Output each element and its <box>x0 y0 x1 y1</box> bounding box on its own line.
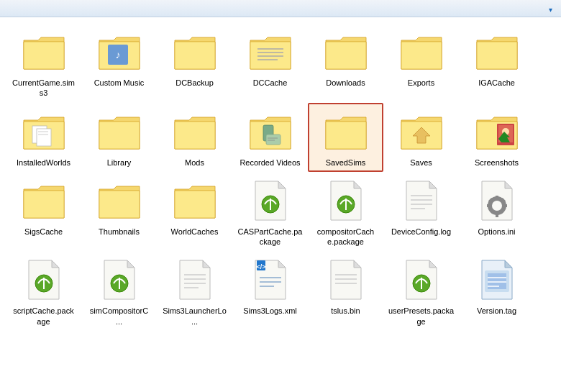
item-compositorcache[interactable]: compositorCach e.package <box>308 172 383 252</box>
icon-screenshots <box>474 109 520 155</box>
item-tslus[interactable]: tslus.bin <box>308 251 383 331</box>
item-currentgame[interactable]: CurrentGame.sim s3 <box>6 23 81 103</box>
item-mods[interactable]: Mods <box>157 103 232 172</box>
icon-thumbnails <box>96 178 142 224</box>
item-thumbnails[interactable]: Thumbnails <box>81 172 157 252</box>
chevron-down-icon[interactable]: ▾ <box>549 6 552 14</box>
svg-text:♪: ♪ <box>115 49 120 60</box>
svg-rect-11 <box>401 42 442 69</box>
svg-rect-22 <box>266 135 280 145</box>
svg-rect-4 <box>175 42 215 69</box>
label-simcompositor: simCompositorC ... <box>86 306 152 327</box>
label-mods: Mods <box>185 158 204 168</box>
item-dcbackup[interactable]: DCBackup <box>157 23 232 103</box>
item-saves[interactable]: Saves <box>383 103 459 172</box>
arrange-by-control: ▾ <box>543 6 552 14</box>
label-caspartcache: CASPartCache.pa ckage <box>237 227 304 247</box>
icon-sims3launcherlog <box>172 257 218 303</box>
item-installedworlds[interactable]: InstalledWorlds <box>6 103 81 172</box>
svg-rect-19 <box>175 122 215 149</box>
icon-compositorcache <box>323 178 369 224</box>
icon-custommusic: ♪ <box>96 29 142 75</box>
label-dccache: DCCache <box>253 78 288 88</box>
label-installedworlds: InstalledWorlds <box>17 158 70 168</box>
icon-sigscache <box>21 178 67 224</box>
icon-igacache <box>474 29 520 75</box>
icon-worldcaches <box>172 178 218 224</box>
svg-rect-18 <box>99 122 140 149</box>
label-screenshots: Screenshots <box>475 158 519 168</box>
svg-rect-5 <box>250 42 291 69</box>
icon-scriptcache <box>21 257 67 303</box>
svg-rect-33 <box>24 191 64 218</box>
label-dcbackup: DCBackup <box>175 78 214 88</box>
icon-library <box>96 109 142 155</box>
item-simcompositor[interactable]: simCompositorC ... <box>81 251 157 331</box>
svg-point-45 <box>494 203 500 209</box>
label-compositorcache: compositorCach e.package <box>312 227 379 247</box>
label-exports: Exports <box>408 78 434 88</box>
label-library: Library <box>107 158 132 168</box>
icon-userpresets <box>398 257 444 303</box>
label-saves: Saves <box>410 158 432 168</box>
item-igacache[interactable]: IGACache <box>459 23 534 103</box>
icon-deviceconfig <box>398 178 444 224</box>
item-caspartcache[interactable]: CASPartCache.pa ckage <box>232 172 308 252</box>
icon-versiontag <box>474 257 520 303</box>
item-custommusic[interactable]: ♪Custom Music <box>81 23 157 103</box>
label-tslus: tslus.bin <box>331 306 360 316</box>
icon-downloads <box>323 29 369 75</box>
item-downloads[interactable]: Downloads <box>308 23 383 103</box>
item-userpresets[interactable]: userPresets.packa ge <box>383 251 459 331</box>
item-sims3logs[interactable]: </> Sims3Logs.xml <box>232 251 308 331</box>
item-worldcaches[interactable]: WorldCaches <box>157 172 232 252</box>
icon-currentgame <box>21 29 67 75</box>
icon-recordedvideos <box>247 109 293 155</box>
label-custommusic: Custom Music <box>94 78 145 88</box>
svg-rect-46 <box>496 196 498 200</box>
svg-rect-0 <box>24 42 64 69</box>
label-deviceconfig: DeviceConfig.log <box>391 227 451 237</box>
item-dccache[interactable]: DCCache <box>232 23 308 103</box>
icon-savedsims <box>323 109 369 155</box>
item-recordedvideos[interactable]: Recorded Videos <box>232 103 308 172</box>
label-optionsini: Options.ini <box>478 227 516 237</box>
icon-optionsini <box>474 178 520 224</box>
label-userpresets: userPresets.packa ge <box>388 306 455 327</box>
library-header: ▾ <box>0 0 561 17</box>
label-versiontag: Version.tag <box>477 306 516 316</box>
icon-saves <box>398 109 444 155</box>
label-sigscache: SigsCache <box>24 227 63 237</box>
label-currentgame: CurrentGame.sim s3 <box>10 78 77 99</box>
svg-rect-10 <box>326 42 366 69</box>
svg-rect-48 <box>487 204 491 207</box>
label-savedsims: SavedSims <box>326 158 366 168</box>
label-igacache: IGACache <box>478 78 515 88</box>
icon-mods <box>172 109 218 155</box>
item-screenshots[interactable]: Screenshots <box>459 103 534 172</box>
svg-rect-25 <box>326 122 366 149</box>
file-grid: CurrentGame.sim s3 ♪Custom Music DCBacku… <box>0 17 561 368</box>
svg-rect-34 <box>99 191 140 218</box>
label-scriptcache: scriptCache.pack age <box>10 306 77 327</box>
svg-rect-47 <box>496 213 498 217</box>
svg-rect-49 <box>503 204 507 207</box>
svg-rect-35 <box>175 191 215 218</box>
icon-simcompositor <box>96 257 142 303</box>
item-optionsini[interactable]: Options.ini <box>459 172 534 252</box>
item-sims3launcherlog[interactable]: Sims3LauncherLo ... <box>157 251 232 331</box>
item-library[interactable]: Library <box>81 103 157 172</box>
item-scriptcache[interactable]: scriptCache.pack age <box>6 251 81 331</box>
label-recordedvideos: Recorded Videos <box>240 158 300 168</box>
item-sigscache[interactable]: SigsCache <box>6 172 81 252</box>
icon-dccache <box>247 29 293 75</box>
icon-tslus <box>323 257 369 303</box>
item-deviceconfig[interactable]: DeviceConfig.log <box>383 172 459 252</box>
icon-sims3logs: </> <box>247 257 293 303</box>
item-exports[interactable]: Exports <box>383 23 459 103</box>
item-savedsims[interactable]: SavedSims <box>308 103 383 172</box>
item-versiontag[interactable]: Version.tag <box>459 251 534 331</box>
svg-rect-12 <box>477 42 517 69</box>
label-downloads: Downloads <box>326 78 365 88</box>
icon-caspartcache <box>247 178 293 224</box>
